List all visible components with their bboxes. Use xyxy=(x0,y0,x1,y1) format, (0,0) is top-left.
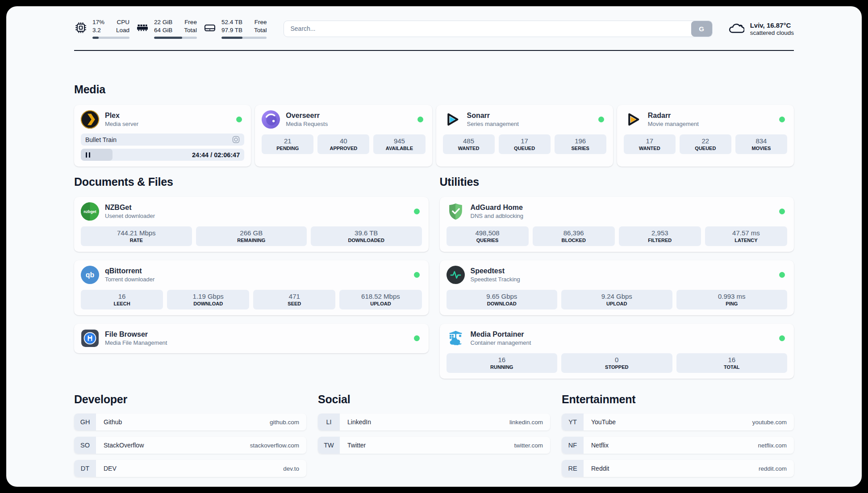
dashboard-page: 17% 3.2 CPU Load xyxy=(6,6,862,487)
bookmark-abbr: SO xyxy=(74,437,96,454)
status-dot xyxy=(414,272,420,278)
stat-wanted: 17WANTED xyxy=(624,134,676,154)
cpu-widget: 17% 3.2 CPU Load xyxy=(74,18,129,39)
stat-approved: 40APPROVED xyxy=(317,134,369,154)
memory-usage-bar xyxy=(154,37,197,39)
service-name: AdGuard Home xyxy=(471,204,524,212)
stat-pending: 21PENDING xyxy=(262,134,313,154)
stat-seed: 471SEED xyxy=(253,290,335,309)
stat-total: 16TOTAL xyxy=(676,353,788,373)
status-dot xyxy=(414,335,420,341)
sonarr-icon xyxy=(443,110,461,129)
bookmark-youtube[interactable]: YT YouTube youtube.com xyxy=(562,414,794,430)
service-description: Usenet downloader xyxy=(105,213,155,219)
search-provider-button[interactable]: G xyxy=(691,21,712,37)
bookmark-stackoverflow[interactable]: SO StackOverflow stackoverflow.com xyxy=(74,437,306,454)
stat-downloaded: 39.6 TBDOWNLOADED xyxy=(311,226,422,246)
bookmark-reddit[interactable]: RE Reddit reddit.com xyxy=(562,460,794,477)
stat-download: 9.65 GbpsDOWNLOAD xyxy=(447,290,558,309)
adguard-icon xyxy=(447,202,465,221)
bookmark-linkedin[interactable]: LI LinkedIn linkedin.com xyxy=(318,414,550,430)
disk-icon xyxy=(203,21,217,34)
bookmark-url: dev.to xyxy=(283,465,299,472)
stat-latency: 47.57 msLATENCY xyxy=(705,226,787,246)
memory-values: 22 GiB 64 GiB xyxy=(154,18,172,34)
bookmark-group-entertainment: Entertainment YT YouTube youtube.com NF … xyxy=(562,393,794,477)
section-title-utilities: Utilities xyxy=(440,175,794,188)
service-card-plex[interactable]: Plex Media server Bullet Train xyxy=(74,105,251,167)
svg-text:nzbget: nzbget xyxy=(83,209,96,214)
stat-queries: 498,508QUERIES xyxy=(447,226,529,246)
media-type-icon[interactable] xyxy=(232,136,240,143)
stat-stopped: 0STOPPED xyxy=(561,353,672,373)
section-title-social: Social xyxy=(318,393,550,406)
status-dot xyxy=(779,272,785,278)
now-playing-title-row: Bullet Train xyxy=(81,134,244,146)
bookmark-name: StackOverflow xyxy=(104,442,144,449)
bookmark-url: github.com xyxy=(270,419,299,426)
cpu-icon xyxy=(74,21,88,34)
service-description: DNS and adblocking xyxy=(471,213,524,219)
service-card-sonarr[interactable]: Sonarr Series management 485WANTED 17QUE… xyxy=(436,105,613,167)
disk-labels: Free Total xyxy=(254,18,267,34)
stat-ping: 0.993 msPING xyxy=(676,290,788,309)
status-dot xyxy=(779,335,785,341)
section-title-developer: Developer xyxy=(74,393,306,406)
service-card-adguard[interactable]: AdGuard Home DNS and adblocking 498,508Q… xyxy=(440,197,794,252)
bookmark-url: netflix.com xyxy=(758,442,787,449)
bookmark-github[interactable]: GH Github github.com xyxy=(74,414,306,430)
service-card-speedtest[interactable]: Speedtest Speedtest Tracking 9.65 GbpsDO… xyxy=(440,260,794,315)
bookmark-dev[interactable]: DT DEV dev.to xyxy=(74,460,306,477)
disk-values: 52.4 TB 97.9 TB xyxy=(221,18,242,34)
bookmark-url: linkedin.com xyxy=(509,419,543,426)
bookmark-abbr: GH xyxy=(74,414,96,430)
service-description: Movie management xyxy=(648,121,699,127)
weather-widget: Lviv, 16.87°C scattered clouds xyxy=(727,20,794,37)
stat-filtered: 2,953FILTERED xyxy=(619,226,701,246)
search-input[interactable] xyxy=(284,21,691,37)
bookmark-name: DEV xyxy=(104,465,117,472)
pause-button[interactable] xyxy=(86,152,90,158)
stat-running: 16RUNNING xyxy=(447,353,558,373)
service-card-filebrowser[interactable]: File Browser Media File Management xyxy=(74,324,429,353)
stat-blocked: 86,396BLOCKED xyxy=(533,226,615,246)
service-name: Radarr xyxy=(648,112,699,120)
section-title-entertainment: Entertainment xyxy=(562,393,794,406)
service-card-radarr[interactable]: Radarr Movie management 17WANTED 22QUEUE… xyxy=(617,105,794,167)
bookmark-url: twitter.com xyxy=(514,442,543,449)
memory-widget: 22 GiB 64 GiB Free Total xyxy=(136,18,197,39)
bookmark-name: Netflix xyxy=(591,442,609,449)
status-dot xyxy=(779,117,785,122)
bookmark-netflix[interactable]: NF Netflix netflix.com xyxy=(562,437,794,454)
service-card-portainer[interactable]: Media Portainer Container management 16R… xyxy=(440,324,794,379)
service-card-overseerr[interactable]: Overseerr Media Requests 21PENDING 40APP… xyxy=(255,105,432,167)
bookmark-abbr: YT xyxy=(562,414,584,430)
bookmark-group-social: Social LI LinkedIn linkedin.com TW Twitt… xyxy=(318,393,550,477)
service-description: Media File Management xyxy=(105,339,167,346)
cloud-icon xyxy=(727,20,744,37)
bookmark-url: youtube.com xyxy=(752,419,787,426)
portainer-icon xyxy=(447,329,465,347)
status-dot xyxy=(417,117,423,122)
service-name: qBittorrent xyxy=(105,267,154,275)
bookmark-abbr: NF xyxy=(562,437,584,454)
service-card-qbittorrent[interactable]: qb qBittorrent Torrent downloader xyxy=(74,260,429,315)
bookmark-url: reddit.com xyxy=(759,465,787,472)
bookmark-abbr: DT xyxy=(74,460,96,477)
bookmark-abbr: RE xyxy=(562,460,584,477)
service-name: NZBGet xyxy=(105,204,155,212)
stat-leech: 16LEECH xyxy=(81,290,163,309)
service-description: Torrent downloader xyxy=(105,276,154,283)
service-card-nzbget[interactable]: nzbget NZBGet Usenet downloader 74 xyxy=(74,197,429,252)
weather-condition: scattered clouds xyxy=(750,29,794,36)
qbittorrent-icon: qb xyxy=(81,266,99,284)
bookmark-group-developer: Developer GH Github github.com SO StackO… xyxy=(74,393,306,477)
section-title-documents: Documents & Files xyxy=(74,175,429,188)
stat-remaining: 266 GBREMAINING xyxy=(196,226,307,246)
weather-location-temp: Lviv, 16.87°C xyxy=(750,21,794,29)
stat-series: 196SERIES xyxy=(555,134,606,154)
service-description: Container management xyxy=(471,339,531,346)
memory-icon xyxy=(136,21,149,34)
stat-upload: 9.24 GbpsUPLOAD xyxy=(561,290,672,309)
bookmark-twitter[interactable]: TW Twitter twitter.com xyxy=(318,437,550,454)
